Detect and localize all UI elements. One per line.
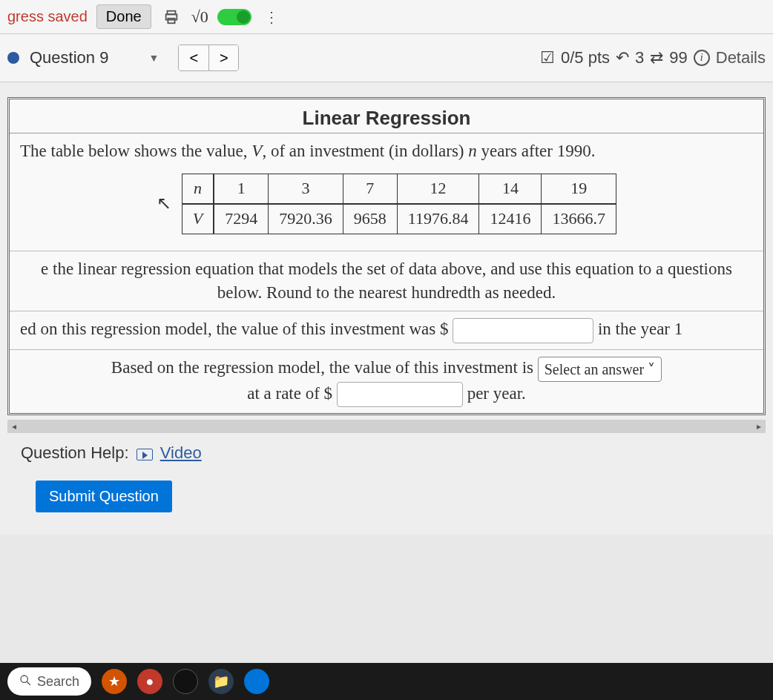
question-box: Linear Regression The table below shows … xyxy=(7,97,766,415)
taskbar-app-icon-2[interactable]: ● xyxy=(137,669,162,694)
top-toolbar: gress saved Done √0 ⋮ xyxy=(0,0,773,34)
content-area: Linear Regression The table below shows … xyxy=(0,82,773,535)
question-nav: < > xyxy=(178,44,239,71)
question-bullet-icon xyxy=(7,52,19,64)
progress-saved-label: gress saved xyxy=(7,8,88,25)
scroll-left-icon[interactable]: ◂ xyxy=(7,420,21,433)
answer-input-rate[interactable] xyxy=(337,382,463,407)
taskbar-app-icon-1[interactable]: ★ xyxy=(102,669,127,694)
question-help: Question Help: Video xyxy=(7,433,766,473)
table-row-v: V 7294 7920.36 9658 11976.84 12416 13666… xyxy=(182,204,616,234)
horizontal-scrollbar[interactable]: ◂ ▸ xyxy=(7,420,766,433)
question-header: Question 9 ▼ < > ☑ 0/5 pts ↶ 3 ⇄ 99 i De… xyxy=(0,34,773,82)
svg-point-3 xyxy=(21,676,27,682)
next-question-button[interactable]: > xyxy=(208,45,238,70)
more-icon[interactable]: ⋮ xyxy=(260,6,283,28)
scroll-right-icon[interactable]: ▸ xyxy=(752,420,766,433)
table-header-n: n xyxy=(182,174,214,204)
question-instructions: e the linear regression equation that mo… xyxy=(10,251,763,311)
info-icon[interactable]: i xyxy=(694,50,710,66)
question-title[interactable]: Question 9 xyxy=(30,48,108,67)
taskbar: Search ★ ● 📁 xyxy=(0,663,773,700)
retry-icon: ↶ xyxy=(616,48,629,67)
question-intro: The table below shows the value, V, of a… xyxy=(10,133,763,251)
video-link[interactable]: Video xyxy=(160,443,202,462)
question-part1: ed on this regression model, the value o… xyxy=(10,311,763,350)
search-icon xyxy=(19,674,31,690)
question-meta: ☑ 0/5 pts ↶ 3 ⇄ 99 i Details xyxy=(540,48,766,67)
answer-input-value[interactable] xyxy=(453,318,593,343)
data-table: n 1 3 7 12 14 19 V 7294 7920.36 9658 119… xyxy=(182,174,616,234)
answer-select-trend[interactable]: Select an answer ˅ xyxy=(538,357,662,382)
search-label: Search xyxy=(37,674,79,690)
video-icon xyxy=(136,449,153,460)
points-label: 0/5 pts xyxy=(561,48,610,67)
taskbar-search[interactable]: Search xyxy=(7,667,91,696)
submit-question-button[interactable]: Submit Question xyxy=(36,481,172,512)
taskbar-app-icon-5[interactable] xyxy=(244,669,269,694)
question-part2: Based on the regression model, the value… xyxy=(10,350,763,413)
math-toggle-label: √0 xyxy=(191,7,208,27)
taskbar-app-icon-3[interactable] xyxy=(173,669,198,694)
table-header-v: V xyxy=(182,204,214,234)
svg-line-4 xyxy=(27,681,30,685)
table-row-n: n 1 3 7 12 14 19 xyxy=(182,174,616,204)
question-dropdown-icon[interactable]: ▼ xyxy=(148,52,159,64)
check-icon: ☑ xyxy=(540,48,555,67)
help-label: Question Help: xyxy=(21,443,129,462)
question-section-title: Linear Regression xyxy=(10,99,763,133)
math-toggle[interactable] xyxy=(217,9,251,25)
retries-label: 3 xyxy=(635,48,644,67)
attempts-label: 99 xyxy=(669,48,687,67)
done-button[interactable]: Done xyxy=(96,4,151,29)
attempts-icon: ⇄ xyxy=(650,48,663,67)
prev-question-button[interactable]: < xyxy=(179,45,208,70)
chevron-down-icon: ˅ xyxy=(648,361,655,377)
cursor-icon: ↖ xyxy=(157,191,171,217)
print-icon[interactable] xyxy=(160,6,182,28)
details-link[interactable]: Details xyxy=(716,48,766,67)
taskbar-app-icon-4[interactable]: 📁 xyxy=(208,669,234,694)
